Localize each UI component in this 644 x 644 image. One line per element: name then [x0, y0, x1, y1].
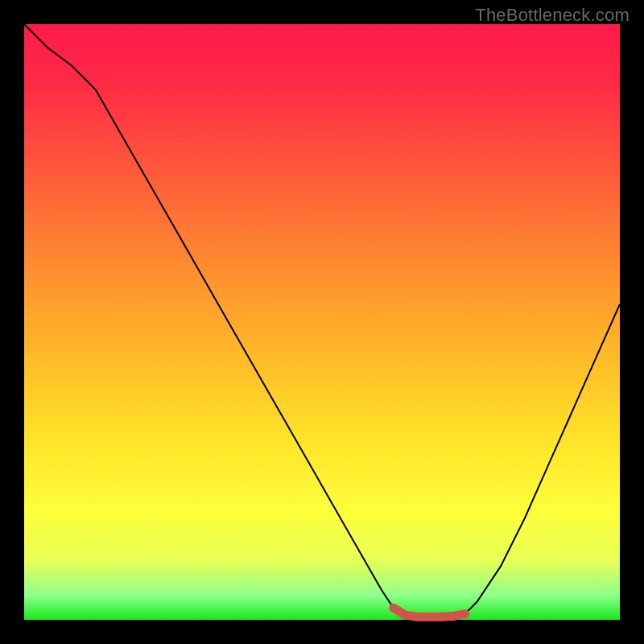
bottleneck-curve [24, 24, 620, 617]
chart-container: TheBottleneck.com [0, 0, 644, 644]
highlight-segment [394, 608, 465, 617]
curve-svg [24, 24, 620, 620]
watermark-text: TheBottleneck.com [475, 5, 630, 26]
plot-area [24, 24, 620, 620]
